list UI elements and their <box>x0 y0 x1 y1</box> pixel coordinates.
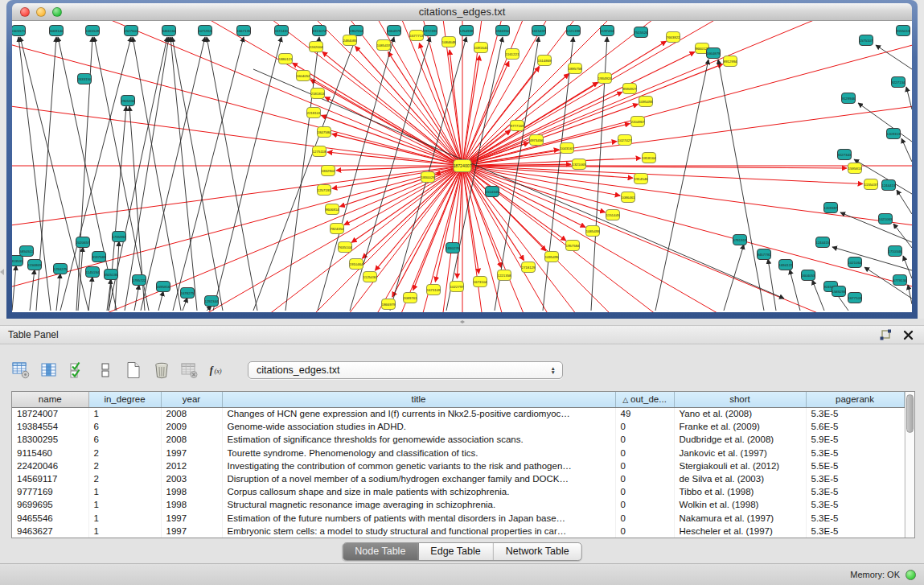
minimize-window-button[interactable] <box>36 7 46 17</box>
network-node[interactable]: 1673109 <box>426 285 441 295</box>
cell-year[interactable]: 1997 <box>161 512 222 525</box>
network-node[interactable]: 1254938 <box>459 26 474 36</box>
network-node[interactable]: 1880121 <box>278 54 293 64</box>
network-node[interactable]: 1125430 <box>363 272 377 282</box>
edge-black[interactable] <box>253 69 784 299</box>
network-node[interactable]: 9227343 <box>837 150 852 160</box>
cell-title[interactable]: Disruption of a novel member of a sodium… <box>222 472 615 485</box>
cell-in_degree[interactable]: 2 <box>88 472 161 485</box>
close-panel-icon[interactable] <box>903 329 916 341</box>
cell-year[interactable]: 1998 <box>161 485 222 498</box>
cell-in_degree[interactable]: 2 <box>88 459 161 472</box>
network-node[interactable]: 1847580 <box>317 127 331 138</box>
network-node[interactable]: 9227134 <box>891 77 906 88</box>
edge-black[interactable] <box>141 37 205 311</box>
network-node[interactable]: 1095495 <box>544 252 559 262</box>
network-node[interactable]: 7515526 <box>634 27 648 38</box>
edge-black[interactable] <box>78 247 83 311</box>
network-node[interactable]: 2204967 <box>630 117 645 127</box>
edge-black[interactable] <box>134 285 139 311</box>
edge-black[interactable] <box>125 37 169 311</box>
table-scrollbar-thumb[interactable] <box>906 394 914 433</box>
network-node[interactable]: 8313074 <box>312 26 326 36</box>
table-row[interactable]: 977716911998Corpus callosum shape and si… <box>12 485 904 498</box>
network-node[interactable]: 1910464 <box>349 259 363 270</box>
network-node[interactable]: 1695816 <box>156 282 170 292</box>
cell-out_degree[interactable]: 0 <box>615 512 674 525</box>
cell-in_degree[interactable]: 1 <box>88 485 161 498</box>
cell-short[interactable]: de Silva et al. (2003) <box>674 472 806 485</box>
table-row[interactable]: 946362711997Embryonic stem cells: a mode… <box>12 525 904 538</box>
edge-red[interactable] <box>12 21 462 166</box>
network-node[interactable]: 1575107 <box>859 35 873 46</box>
cell-name[interactable]: 19384554 <box>12 420 88 433</box>
network-node[interactable]: 1615437 <box>532 26 546 36</box>
network-node[interactable]: 1664979 <box>387 26 401 36</box>
network-node[interactable]: 1085493 <box>585 226 600 237</box>
network-node[interactable]: 1244413 <box>881 180 896 191</box>
row-height-icon[interactable] <box>96 360 115 380</box>
cell-title[interactable]: Changes of HCN gene expression and I(f) … <box>222 407 615 420</box>
network-node[interactable]: 1735992 <box>112 232 126 242</box>
cell-year[interactable]: 1998 <box>161 498 222 511</box>
cell-short[interactable]: Nakamura et al. (1997) <box>674 512 806 525</box>
network-node[interactable]: 1667135 <box>236 26 251 36</box>
memory-ok-indicator-icon[interactable] <box>906 570 916 580</box>
cell-name[interactable]: 18724007 <box>12 407 88 420</box>
cell-pagerank[interactable]: 5.3E-5 <box>806 512 904 525</box>
delete-columns-icon[interactable] <box>152 360 171 380</box>
network-node[interactable]: 1027427 <box>618 135 632 146</box>
edge-black[interactable] <box>183 298 187 311</box>
cell-year[interactable]: 2008 <box>161 433 222 446</box>
split-pane-divider[interactable] <box>0 319 924 325</box>
table-scrollbar[interactable] <box>905 392 915 538</box>
cell-year[interactable]: 2008 <box>161 407 222 420</box>
network-node[interactable]: 1830029 <box>421 172 435 183</box>
cell-title[interactable]: Investigating the contribution of common… <box>222 459 615 472</box>
network-node[interactable]: 1021063 <box>878 214 893 225</box>
network-node[interactable]: 1292344 <box>204 296 219 307</box>
hidden-panel-handle-icon[interactable] <box>0 269 4 275</box>
edge-black[interactable] <box>812 280 824 311</box>
edge-black[interactable] <box>94 37 149 311</box>
cell-out_degree[interactable]: 0 <box>615 433 674 446</box>
network-node[interactable]: 1962554 <box>349 26 363 36</box>
edge-black[interactable] <box>897 190 912 214</box>
network-node[interactable]: 1604053 <box>801 270 815 281</box>
network-node[interactable]: 6946950 <box>495 26 510 36</box>
network-node[interactable]: 2633150 <box>77 74 92 84</box>
network-node[interactable]: 3505135 <box>104 270 118 280</box>
cell-short[interactable]: Stergiakouli et al. (2012) <box>674 459 806 472</box>
network-node[interactable]: 2218101 <box>306 108 321 118</box>
network-node[interactable]: 1321065 <box>572 159 586 170</box>
network-node[interactable]: 1677103 <box>848 293 862 303</box>
edge-red-selected[interactable] <box>375 166 462 270</box>
cell-year[interactable]: 2012 <box>161 459 222 472</box>
table-row[interactable]: 1830029562008Estimation of significance … <box>12 433 904 446</box>
cell-in_degree[interactable]: 1 <box>88 512 161 525</box>
cell-in_degree[interactable]: 6 <box>88 433 161 446</box>
network-node[interactable]: 1795722 <box>132 275 146 286</box>
edge-black[interactable] <box>858 103 912 142</box>
network-node[interactable]: 9777169 <box>510 121 524 131</box>
cell-pagerank[interactable]: 5.3E-5 <box>806 447 904 459</box>
cell-title[interactable]: Genome-wide association studies in ADHD. <box>222 420 615 433</box>
edge-red-selected[interactable] <box>351 166 462 242</box>
cell-pagerank[interactable]: 5.6E-5 <box>806 420 904 433</box>
column-header-pagerank[interactable]: pagerank <box>806 392 904 407</box>
network-node[interactable]: 1678275 <box>180 288 195 299</box>
edge-red-selected[interactable] <box>462 82 598 166</box>
column-header-title[interactable]: title <box>222 392 615 407</box>
network-node[interactable]: 1086461 <box>621 192 635 203</box>
network-node[interactable]: 1221358 <box>497 270 511 281</box>
edge-red[interactable] <box>12 21 462 166</box>
column-header-out_degree[interactable]: △out_de... <box>615 392 674 407</box>
network-node[interactable]: 1145194 <box>86 267 100 278</box>
network-node[interactable]: 1604052 <box>296 71 310 81</box>
cell-out_degree[interactable]: 0 <box>615 459 674 472</box>
cell-pagerank[interactable]: 5.3E-5 <box>806 407 904 420</box>
cell-name[interactable]: 22420046 <box>12 459 88 472</box>
network-node[interactable]: 2484083 <box>343 35 357 46</box>
table-row[interactable]: 969969511998Structural magnetic resonanc… <box>12 498 904 511</box>
network-node[interactable]: 9155013 <box>896 26 910 36</box>
